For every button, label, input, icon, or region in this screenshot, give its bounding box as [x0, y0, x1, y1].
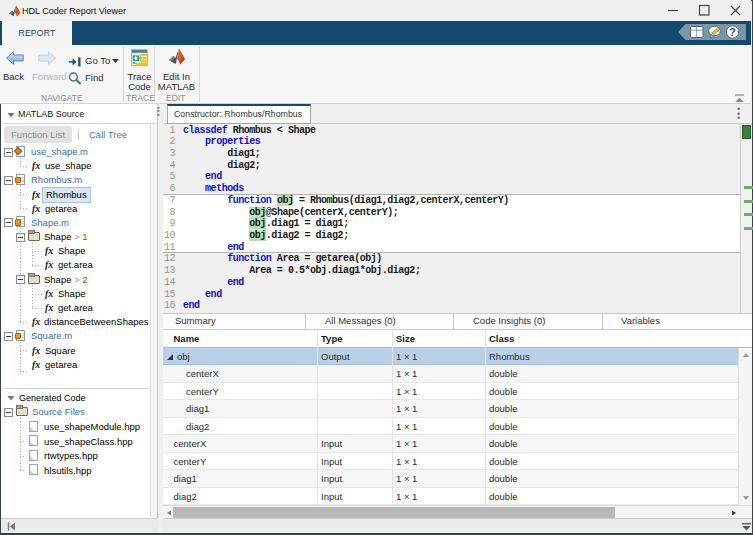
svg-text:?: ? — [729, 26, 735, 38]
